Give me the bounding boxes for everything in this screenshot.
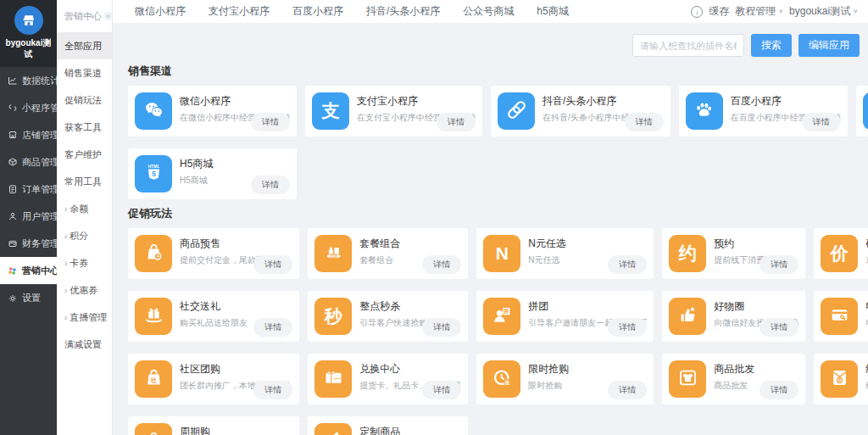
app-card[interactable]: 拼拼团引导客户邀请朋友一起拼团购买详情	[476, 291, 654, 342]
plugin-toolbar: 搜索 编辑应用	[128, 34, 860, 57]
channel-tab-5[interactable]: h5商城	[537, 4, 568, 19]
app-card[interactable]: 电子卡密电子卡密详情	[814, 291, 868, 342]
submenu-item-8[interactable]: ›卡券	[57, 249, 112, 276]
submenu-item-1[interactable]: 销售渠道	[57, 59, 112, 86]
submenu-item-label: 满减设置	[64, 339, 102, 349]
cache-download-icon[interactable]: ↓	[691, 6, 703, 18]
app-card[interactable]: 公众号商城公众号商城详情	[856, 86, 868, 137]
card-detail-button[interactable]: 详情	[253, 255, 292, 274]
channel-tab-0[interactable]: 微信小程序	[135, 4, 186, 19]
submenu-item-label: 促销玩法	[64, 95, 102, 105]
app-card[interactable]: HTML5H5商城H5商城详情	[128, 148, 297, 199]
card-grid: 微信小程序在微信小程序中经营你的店铺详情支支付宝小程序在支付宝小程序中经营你的店…	[128, 86, 860, 199]
channel-tab-4[interactable]: 公众号商城	[463, 4, 514, 19]
custom-pencil-icon	[322, 429, 345, 435]
app-card[interactable]: 价砍价邀请好友砍价后低价购买详情	[814, 228, 868, 279]
chart-icon	[7, 75, 18, 86]
submenu-item-4[interactable]: 客户维护	[57, 141, 112, 168]
app-card[interactable]: combo套餐组合套餐组合详情	[308, 228, 468, 279]
app-card[interactable]: 定制商品定制商品详情	[308, 416, 468, 435]
app-card[interactable]: 社社区团购团长群内推广，本地社区自提详情	[128, 354, 299, 404]
channel-tab-3[interactable]: 抖音/头条小程序	[366, 4, 440, 19]
sidebar-item-8[interactable]: 设置	[0, 284, 57, 311]
submenu-item-3[interactable]: 获客工具	[57, 114, 112, 141]
sidebar-item-5[interactable]: 用户管理	[0, 203, 57, 230]
app-card[interactable]: 商品批发商品批发详情	[662, 354, 805, 404]
submenu-item-0[interactable]: 全部应用	[57, 32, 112, 59]
card-detail-button[interactable]: 详情	[608, 255, 647, 274]
app-card[interactable]: 微信小程序在微信小程序中经营你的店铺详情	[128, 86, 297, 137]
card-detail-button[interactable]: 详情	[760, 318, 798, 337]
app-card[interactable]: ¥红包墙红包墙详情	[814, 354, 868, 404]
card-title: 支付宝小程序	[357, 94, 476, 109]
channel-tab-1[interactable]: 支付宝小程序	[209, 4, 270, 19]
card-detail-button[interactable]: 详情	[625, 113, 664, 131]
app-card[interactable]: 支支付宝小程序在支付宝小程序中经营你的店铺详情	[305, 86, 482, 137]
user-menu[interactable]: bygoukai测试 ∨	[789, 4, 858, 19]
submenu-item-label: 余额	[70, 204, 88, 214]
card-detail-button[interactable]: 详情	[422, 318, 461, 337]
baidu-paw-icon	[686, 92, 723, 130]
sidebar-item-label: 财务管理	[22, 237, 59, 250]
app-card[interactable]: 抖音/头条小程序在抖音/头条小程序中经营你的…详情	[491, 86, 670, 137]
card-detail-button[interactable]: 详情	[760, 381, 798, 399]
app-card[interactable]: NN元任选N元任选详情	[476, 228, 654, 279]
marketing-icon	[7, 265, 18, 276]
app-card[interactable]: 秒整点秒杀引导客户快速抢购详情	[308, 291, 468, 342]
app-card[interactable]: 社交送礼购买礼品送给朋友详情	[128, 291, 299, 342]
collapse-sidebar-icon[interactable]: «	[104, 12, 112, 20]
submenu-item-2[interactable]: 促销玩法	[57, 86, 112, 114]
card-detail-button[interactable]: 详情	[253, 381, 292, 399]
gift-card-icon: GIFT	[322, 366, 345, 393]
card-detail-button[interactable]: 详情	[760, 255, 798, 274]
card-detail-button[interactable]: 详情	[251, 113, 290, 131]
submenu-item-11[interactable]: 满减设置	[57, 331, 112, 358]
baidu-paw-icon	[693, 98, 715, 125]
submenu-item-9[interactable]: ›优惠券	[57, 276, 112, 304]
edit-apps-button[interactable]: 编辑应用	[798, 34, 860, 57]
card-detail-button[interactable]: 详情	[422, 255, 461, 274]
plugin-search-input[interactable]	[632, 34, 744, 57]
card-title: 好物圈	[714, 299, 798, 314]
store-logo-icon[interactable]	[14, 6, 43, 35]
sidebar-item-0[interactable]: 数据统计	[0, 67, 57, 94]
sidebar-item-7[interactable]: 营销中心	[0, 257, 57, 284]
card-key-icon	[828, 304, 851, 330]
submenu-item-label: 常用工具	[64, 176, 102, 187]
brand: bygoukai测试	[0, 0, 57, 67]
app-card[interactable]: 周期购周期购是一款可以切入“买家…详情	[128, 416, 299, 435]
submenu-item-6[interactable]: ›余额	[57, 195, 112, 222]
cache-label[interactable]: 缓存	[709, 4, 729, 19]
card-detail-button[interactable]: 详情	[608, 318, 647, 337]
card-detail-button[interactable]: 详情	[802, 113, 841, 131]
sidebar-item-3[interactable]: 商品管理	[0, 148, 57, 176]
sidebar-item-4[interactable]: 订单管理	[0, 176, 57, 203]
tutorial-menu[interactable]: 教程管理 ∨	[735, 4, 783, 19]
sidebar-item-6[interactable]: 财务管理	[0, 230, 57, 257]
card-detail-button[interactable]: 详情	[608, 381, 647, 399]
card-detail-button[interactable]: 详情	[253, 318, 292, 337]
card-key-icon	[821, 298, 858, 335]
app-card[interactable]: 好物圈向微信好友推荐好商品详情	[662, 291, 805, 342]
channel-tab-2[interactable]: 百度小程序	[292, 4, 343, 19]
sidebar-item-label: 数据统计	[22, 75, 59, 87]
app-card[interactable]: GIFT兑换中心提货卡、礼品卡、送礼神器详情	[308, 354, 468, 404]
app-card[interactable]: 商品预售提前交付定金，尾款享受优惠详情	[128, 228, 299, 279]
submenu-item-10[interactable]: ›直播管理	[57, 304, 112, 331]
sidebar-item-1[interactable]: 小程序管理	[0, 94, 57, 121]
app-card[interactable]: 抢限时抢购限时抢购详情	[476, 354, 654, 404]
sidebar-item-2[interactable]: 店铺管理	[0, 121, 57, 148]
card-detail-button[interactable]: 详情	[437, 113, 476, 131]
link-icon	[498, 92, 535, 130]
app-root: bygoukai测试 数据统计小程序管理店铺管理商品管理订单管理用户管理财务管理…	[0, 0, 868, 435]
submenu-item-label: 销售渠道	[64, 68, 102, 78]
card-detail-button[interactable]: 详情	[422, 381, 461, 399]
submenu-item-5[interactable]: 常用工具	[57, 168, 112, 195]
card-detail-button[interactable]: 详情	[251, 176, 290, 194]
app-card[interactable]: 约预约提前线下消费或服务详情	[662, 228, 805, 279]
search-button[interactable]: 搜索	[751, 34, 792, 57]
app-card[interactable]: 百度小程序在百度小程序中经营你的店铺详情	[679, 86, 848, 137]
alipay-icon: 支	[312, 92, 349, 130]
submenu-item-7[interactable]: ›积分	[57, 222, 112, 249]
seckill-icon: 秒	[325, 304, 342, 328]
